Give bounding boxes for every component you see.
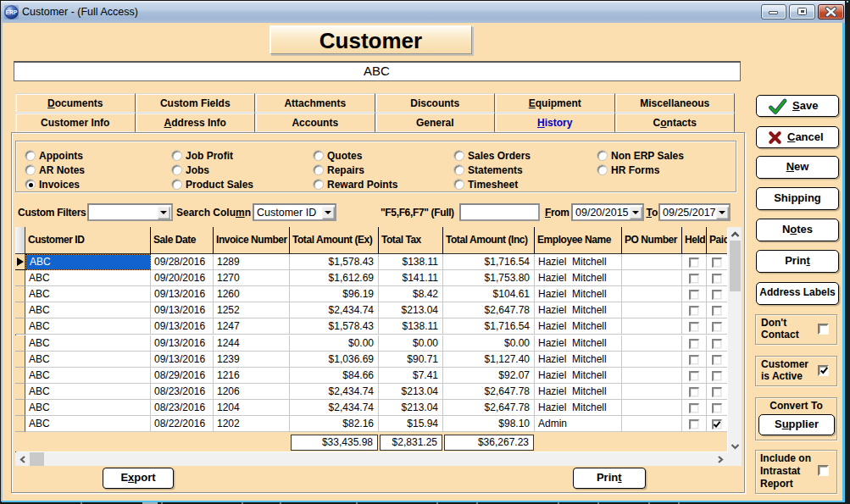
svg-text:ERP: ERP: [6, 9, 18, 15]
